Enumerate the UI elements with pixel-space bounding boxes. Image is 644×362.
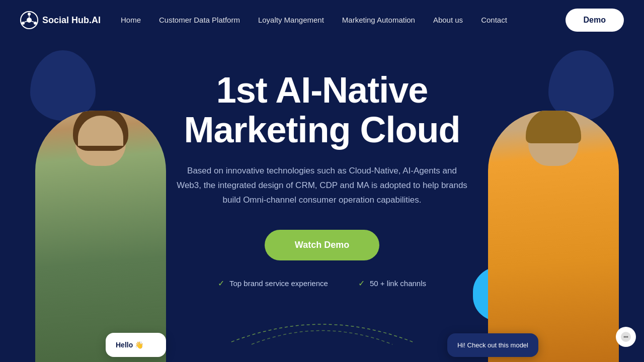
svg-point-1 (27, 18, 32, 23)
nav-item-loyalty[interactable]: Loyalty Mangement (258, 16, 324, 25)
chat-bubble-left: Hello 👋 (106, 333, 166, 357)
nav-item-about[interactable]: About us (433, 16, 463, 25)
nav-item-marketing[interactable]: Marketing Automation (342, 16, 415, 25)
svg-point-3 (34, 22, 37, 25)
svg-point-11 (627, 336, 628, 338)
svg-point-4 (22, 22, 25, 25)
hero-badges: ✓ Top brand service experience ✓ 50 + li… (218, 279, 426, 288)
chat-icon-bottom-right[interactable] (616, 327, 636, 347)
badge-link-channels: ✓ 50 + link channls (358, 279, 426, 288)
logo-icon (20, 11, 38, 29)
chat-svg-icon (620, 331, 631, 342)
arc-decoration (221, 317, 423, 347)
person-left (20, 70, 181, 362)
nav-item-home[interactable]: Home (121, 16, 141, 25)
svg-line-6 (31, 21, 34, 22)
demo-button[interactable]: Demo (566, 9, 624, 32)
svg-point-2 (28, 13, 31, 16)
svg-line-7 (25, 21, 28, 22)
person-right (468, 70, 629, 362)
navbar: Social Hub.AI Home Customer Data Platfor… (0, 0, 644, 40)
checkmark-icon-1: ✓ (218, 279, 224, 288)
watch-demo-button[interactable]: Watch Demo (265, 230, 379, 260)
chat-bubble-right: Hi! Check out this model (447, 333, 538, 357)
nav-item-contact[interactable]: Contact (481, 16, 507, 25)
badge-top-brand: ✓ Top brand service experience (218, 279, 328, 288)
hero-subtitle: Based on innovative technologies such as… (176, 164, 468, 208)
checkmark-icon-2: ✓ (358, 279, 365, 288)
logo-text: Social Hub.AI (42, 15, 101, 26)
nav-item-cdp[interactable]: Customer Data Platform (159, 16, 240, 25)
svg-point-9 (624, 336, 625, 338)
nav-links: Home Customer Data Platform Loyalty Mang… (121, 16, 566, 25)
hero-title: 1st AI-Native Marketing Cloud (184, 70, 460, 150)
logo[interactable]: Social Hub.AI (20, 11, 101, 29)
svg-point-10 (625, 336, 627, 338)
